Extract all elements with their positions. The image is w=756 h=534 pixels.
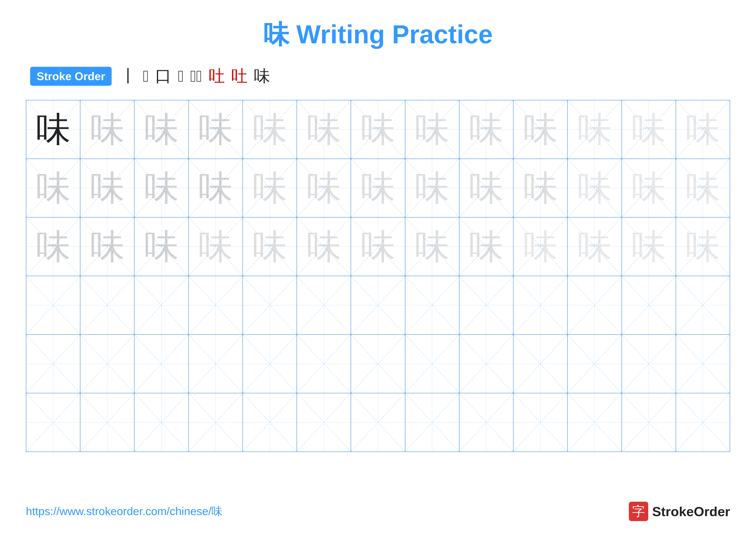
cell-character: 味: [469, 112, 503, 147]
cell-character: 味: [307, 112, 341, 147]
stroke-step-5: 𠃎一: [190, 67, 202, 86]
grid-cell: [676, 276, 730, 334]
grid-cell: [459, 335, 514, 393]
grid-cell: 味: [243, 217, 297, 276]
grid-cell: 味: [189, 100, 243, 159]
cell-character: 味: [469, 229, 503, 264]
grid-row: 味味味味味味味味味味味味味: [26, 159, 730, 217]
grid-cell: 味: [351, 100, 405, 159]
grid-cell: [514, 393, 568, 451]
grid-cell: 味: [351, 159, 405, 217]
cell-character: 味: [361, 171, 395, 205]
stroke-step-1: 丨: [120, 65, 136, 87]
cell-character: 味: [253, 171, 287, 205]
grid-cell: [622, 276, 676, 334]
grid-cell: 味: [405, 217, 459, 276]
grid-cell: [568, 335, 622, 393]
grid-cell: [297, 393, 351, 451]
grid-cell: 味: [243, 100, 297, 159]
footer-url[interactable]: https://www.strokeorder.com/chinese/味: [26, 504, 223, 519]
cell-character: 味: [36, 229, 70, 264]
grid-cell: [297, 276, 351, 334]
cell-character: 味: [415, 112, 449, 147]
grid-cell: 味: [189, 217, 243, 276]
cell-character: 味: [577, 112, 612, 147]
grid-cell: [568, 276, 622, 334]
grid-row: [26, 276, 730, 335]
cell-character: 味: [361, 229, 395, 264]
cell-character: 味: [415, 229, 449, 264]
cell-character: 味: [253, 112, 287, 147]
grid-cell: 味: [568, 159, 622, 217]
footer: https://www.strokeorder.com/chinese/味 字 …: [26, 502, 730, 521]
cell-character: 味: [198, 229, 233, 264]
grid-cell: 味: [80, 100, 134, 159]
grid-cell: [459, 393, 514, 451]
grid-cell: [26, 335, 80, 393]
grid-cell: 味: [297, 100, 351, 159]
cell-character: 味: [253, 229, 287, 264]
stroke-step-2: 𠃌: [143, 67, 149, 86]
grid-cell: [134, 393, 189, 451]
grid-cell: 味: [622, 100, 676, 159]
grid-row: 味味味味味味味味味味味味味: [26, 217, 730, 276]
grid-cell: 味: [243, 159, 297, 217]
cell-character: 味: [577, 229, 612, 264]
grid-cell: [622, 393, 676, 451]
grid-cell: [243, 393, 297, 451]
cell-character: 味: [307, 171, 341, 205]
page: 味 Writing Practice Stroke Order 丨 𠃌 口 𠃎 …: [0, 0, 756, 534]
grid-cell: [243, 335, 297, 393]
grid-cell: [134, 335, 189, 393]
grid-cell: 味: [514, 217, 568, 276]
stroke-sequence: 丨 𠃌 口 𠃎 𠃎一 吐 吐 味: [120, 65, 270, 87]
grid-cell: 味: [622, 159, 676, 217]
grid-cell: 味: [514, 159, 568, 217]
cell-character: 味: [523, 229, 558, 264]
cell-character: 味: [144, 229, 179, 264]
grid-cell: 味: [26, 217, 80, 276]
grid-cell: [351, 393, 405, 451]
grid-cell: [514, 335, 568, 393]
grid-cell: 味: [26, 159, 80, 217]
stroke-order-row: Stroke Order 丨 𠃌 口 𠃎 𠃎一 吐 吐 味: [26, 65, 730, 87]
grid-cell: [134, 276, 189, 334]
cell-character: 味: [144, 112, 179, 147]
grid-cell: [622, 335, 676, 393]
grid-cell: 味: [80, 217, 134, 276]
grid-cell: 味: [297, 217, 351, 276]
cell-character: 味: [90, 171, 124, 205]
stroke-step-4: 𠃎: [178, 67, 184, 86]
grid-cell: [189, 276, 243, 334]
grid-cell: 味: [676, 217, 730, 276]
grid-cell: 味: [676, 100, 730, 159]
grid-cell: [459, 276, 514, 334]
grid-cell: [80, 335, 134, 393]
grid-cell: 味: [568, 100, 622, 159]
grid-cell: [568, 393, 622, 451]
grid-cell: 味: [134, 159, 189, 217]
grid-cell: [514, 276, 568, 334]
grid-cell: 味: [26, 100, 80, 159]
grid-cell: 味: [568, 217, 622, 276]
grid-cell: 味: [80, 159, 134, 217]
cell-character: 味: [36, 112, 70, 147]
practice-grid: 味味味味味味味味味味味味味味味味味味味味味味味味味味味味味味味味味味味味味味味: [26, 100, 730, 452]
cell-character: 味: [523, 171, 558, 205]
cell-character: 味: [198, 171, 233, 205]
grid-cell: [80, 276, 134, 334]
logo-icon: 字: [629, 502, 648, 521]
cell-character: 味: [632, 229, 666, 264]
stroke-step-6: 吐: [209, 65, 225, 87]
cell-character: 味: [144, 171, 179, 205]
grid-row: [26, 335, 730, 393]
page-title: 味 Writing Practice: [263, 17, 493, 52]
cell-character: 味: [36, 171, 70, 205]
grid-cell: 味: [405, 159, 459, 217]
cell-character: 味: [90, 229, 124, 264]
footer-logo: 字 StrokeOrder: [629, 502, 730, 521]
grid-cell: [405, 393, 459, 451]
grid-row: 味味味味味味味味味味味味味: [26, 100, 730, 159]
cell-character: 味: [523, 112, 558, 147]
grid-row: [26, 393, 730, 451]
